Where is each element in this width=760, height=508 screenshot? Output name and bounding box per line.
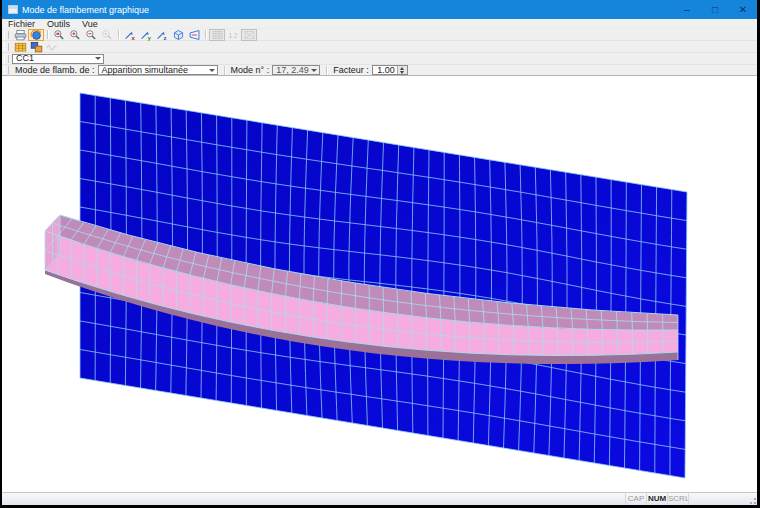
wireframe-toggle-icon: [211, 29, 224, 41]
scroll-lock-indicator: SCRL: [667, 493, 688, 505]
menu-fichier[interactable]: Fichier: [2, 19, 41, 28]
view-z-button[interactable]: z: [154, 29, 170, 41]
zoom-out-icon: [85, 29, 98, 41]
mode-bar: Mode de flamb. de : Apparition simultané…: [2, 65, 757, 76]
svg-text:x: x: [131, 34, 135, 41]
statusbar-pad: [688, 493, 745, 505]
toolbar-separator: [326, 66, 327, 75]
maximize-icon: □: [712, 4, 718, 15]
zoom-in-icon: [69, 29, 82, 41]
toolbar-secondary: [2, 41, 757, 53]
view-y-button[interactable]: y: [138, 29, 154, 41]
mode-type-label: Mode de flamb. de :: [15, 65, 95, 75]
load-case-combobox[interactable]: CC1: [12, 54, 104, 64]
minimize-button[interactable]: –: [673, 0, 701, 19]
zoom-window-button[interactable]: [51, 29, 67, 41]
svg-text:1.2: 1.2: [228, 31, 237, 38]
view-perspective-icon: [188, 29, 201, 41]
statusbar: CAP NUM SCRL: [2, 492, 757, 505]
rotate-view-icon: [30, 29, 43, 41]
mode-type-combobox[interactable]: Apparition simultanée: [98, 65, 218, 75]
close-icon: ✕: [739, 4, 747, 15]
svg-text:y: y: [147, 34, 151, 41]
close-button[interactable]: ✕: [729, 0, 757, 19]
menubar: Fichier Outils Vue: [2, 19, 757, 29]
toolbar-gripper[interactable]: [4, 66, 9, 74]
result-table-icon: [14, 41, 27, 53]
maximize-button[interactable]: □: [701, 0, 729, 19]
view-z-icon: z: [156, 29, 169, 41]
view-perspective-button[interactable]: [186, 29, 202, 41]
toolbar-separator: [205, 30, 206, 39]
print-icon: [14, 29, 27, 41]
toolbar-gripper[interactable]: [4, 31, 9, 39]
app-icon: [8, 5, 18, 14]
chevron-down-icon[interactable]: [93, 55, 103, 63]
print-button[interactable]: [12, 29, 28, 41]
toolbar-separator: [224, 66, 225, 75]
toolbar-separator: [118, 30, 119, 39]
chevron-down-icon[interactable]: [207, 66, 217, 74]
resize-grip[interactable]: [745, 493, 757, 505]
settings-box-icon: [243, 29, 256, 41]
chevron-down-icon[interactable]: [309, 66, 319, 74]
3d-viewport[interactable]: [2, 76, 757, 492]
menu-vue[interactable]: Vue: [76, 19, 104, 28]
svg-text:z: z: [163, 34, 166, 41]
zoom-out-button[interactable]: [83, 29, 99, 41]
caps-lock-indicator: CAP: [625, 493, 646, 505]
zoom-full-icon: [101, 29, 114, 41]
resize-grip-icon: [747, 495, 757, 505]
window-title: Mode de flambement graphique: [22, 5, 673, 15]
settings-box-button[interactable]: [241, 29, 257, 41]
mode-number-label: Mode n° :: [231, 65, 270, 75]
titlebar[interactable]: Mode de flambement graphique – □ ✕: [2, 0, 757, 19]
view-isometric-icon: [172, 29, 185, 41]
animation-icon: [46, 41, 59, 53]
minimize-icon: –: [684, 4, 690, 15]
values-toggle-icon: 1.2: [227, 29, 240, 41]
statusbar-message-area: [2, 493, 625, 505]
num-lock-indicator: NUM: [646, 493, 667, 505]
mode-number-combobox[interactable]: 17, 2.49: [272, 65, 320, 75]
toolbar-main: xyz1.2: [2, 29, 757, 41]
toolbar-gripper[interactable]: [4, 43, 9, 51]
buckling-mode-scene: [2, 76, 757, 492]
view-x-icon: x: [124, 29, 137, 41]
result-table-button[interactable]: [12, 41, 28, 53]
animation-button[interactable]: [44, 41, 60, 53]
factor-value: 1.00: [373, 66, 397, 74]
zoom-in-button[interactable]: [67, 29, 83, 41]
menu-outils[interactable]: Outils: [41, 19, 76, 28]
zoom-window-icon: [53, 29, 66, 41]
toolbar-gripper[interactable]: [4, 55, 9, 63]
view-isometric-button[interactable]: [170, 29, 186, 41]
factor-down-button[interactable]: [398, 70, 407, 74]
tile-windows-button[interactable]: [28, 41, 44, 53]
toolbar-separator: [47, 30, 48, 39]
factor-label: Facteur :: [333, 65, 369, 75]
wireframe-toggle-button[interactable]: [209, 29, 225, 41]
load-case-bar: CC1: [2, 53, 757, 65]
view-y-icon: y: [140, 29, 153, 41]
factor-stepper[interactable]: 1.00: [372, 65, 408, 75]
mode-number-value: 17, 2.49: [273, 66, 309, 75]
mode-type-value: Apparition simultanée: [99, 66, 207, 75]
zoom-full-button[interactable]: [99, 29, 115, 41]
rotate-view-button[interactable]: [28, 29, 44, 41]
load-case-value: CC1: [13, 54, 93, 63]
window-controls: – □ ✕: [673, 0, 757, 19]
view-x-button[interactable]: x: [122, 29, 138, 41]
tile-windows-icon: [30, 41, 43, 53]
app-window: Mode de flambement graphique – □ ✕ Fichi…: [2, 0, 757, 505]
values-toggle-button[interactable]: 1.2: [225, 29, 241, 41]
